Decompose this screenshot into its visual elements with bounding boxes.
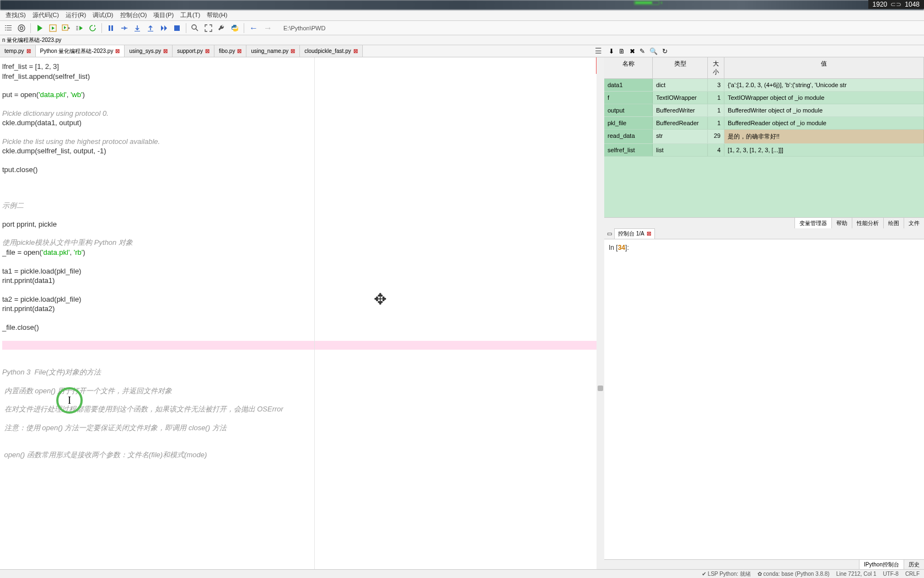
code-line: [2, 81, 602, 90]
tab-close-icon[interactable]: ⊠: [26, 48, 31, 54]
var-row[interactable]: read_datastr29是的，的确非常好!!: [604, 130, 924, 144]
menu-run[interactable]: 运行(R): [62, 10, 89, 20]
path-display[interactable]: E:\Python\PWD: [280, 24, 329, 33]
menu-console[interactable]: 控制台(O): [117, 10, 151, 20]
code-line: [2, 211, 602, 220]
console-bottom-tab[interactable]: IPython控制台: [859, 560, 904, 569]
svg-rect-9: [174, 25, 180, 31]
search-var-icon[interactable]: 🔍: [649, 47, 658, 55]
status-eol[interactable]: CRLF: [905, 571, 920, 577]
right-tab[interactable]: 性能分析: [852, 218, 883, 228]
rerun-icon[interactable]: [87, 22, 99, 34]
save-as-icon[interactable]: 🗎: [619, 47, 625, 55]
code-line: _file = open('data.pkl', 'rb'): [2, 248, 602, 258]
debug-step-icon[interactable]: [118, 22, 130, 34]
settings-icon[interactable]: [216, 22, 228, 34]
console-collapse-icon[interactable]: ▭: [604, 231, 614, 237]
editor-tab[interactable]: cloudpickle_fast.py⊠: [300, 45, 363, 57]
var-header-name[interactable]: 名称: [604, 57, 653, 78]
tab-close-icon[interactable]: ⊠: [115, 48, 120, 54]
search-icon[interactable]: [189, 22, 201, 34]
nav-back-icon[interactable]: ←: [247, 23, 260, 33]
debug-stepin-icon[interactable]: [131, 22, 143, 34]
tab-close-icon[interactable]: ⊠: [291, 48, 295, 54]
console-tab-1[interactable]: 控制台 1/A ⊠: [614, 228, 655, 239]
var-header-type[interactable]: 类型: [653, 57, 708, 78]
status-encoding[interactable]: UTF-8: [883, 571, 899, 577]
tab-close-icon[interactable]: ⊠: [205, 48, 209, 54]
code-editor[interactable]: I ✥ lfref_list = [1, 2, 3]lfref_list.app…: [0, 57, 604, 569]
console-content[interactable]: In [34]:: [604, 239, 924, 559]
svg-point-0: [18, 25, 25, 31]
menu-find[interactable]: 查找(S): [2, 10, 29, 20]
scroll-thumb[interactable]: [598, 386, 603, 391]
refresh-var-icon[interactable]: ↻: [662, 47, 668, 55]
var-cell-type: list: [653, 144, 708, 156]
edit-var-icon[interactable]: ✎: [640, 47, 645, 55]
tab-close-icon[interactable]: ⊠: [163, 48, 168, 54]
code-line: _file.close(): [2, 323, 602, 333]
run-cell-icon[interactable]: [47, 22, 59, 34]
status-lsp[interactable]: ✔ LSP Python: 就绪: [702, 570, 751, 578]
var-row[interactable]: data1dict3{'a':[1, 2.0, 3, (4+6j)], 'b':…: [604, 79, 924, 92]
editor-tab[interactable]: support.py⊠: [173, 45, 214, 57]
run-icon[interactable]: [34, 22, 46, 34]
editor-tab[interactable]: Python 量化编程基础-2023.py⊠: [36, 45, 125, 57]
editor-tab[interactable]: fibo.py⊠: [214, 45, 246, 57]
variable-toolbar: ⬇ 🗎 ✖ ✎ 🔍 ↻: [604, 45, 924, 57]
run-cell-advance-icon[interactable]: [60, 22, 72, 34]
debug-pause-icon[interactable]: [105, 22, 117, 34]
code-line: Pickle dictionary using protocol 0.: [2, 109, 602, 119]
right-tab[interactable]: 变量管理器: [794, 218, 831, 228]
run-selection-icon[interactable]: [73, 22, 85, 34]
var-cell-size: 1: [708, 117, 724, 129]
svg-point-1: [20, 26, 23, 29]
tab-close-icon[interactable]: ⊠: [353, 48, 358, 54]
editor-tab[interactable]: using_sys.py⊠: [125, 45, 173, 57]
editor-tab[interactable]: using_name.py⊠: [246, 45, 300, 57]
menu-help[interactable]: 帮助(H): [203, 10, 230, 20]
toolbar-outline-icon[interactable]: [2, 22, 14, 34]
save-var-icon[interactable]: ⬇: [609, 47, 614, 55]
var-row[interactable]: selfref_listlist4[1, 2, 3, [1, 2, 3, [..…: [604, 144, 924, 157]
console-tab-close-icon[interactable]: ⊠: [647, 231, 651, 237]
editor-tab-label: using_sys.py: [129, 48, 161, 54]
var-row[interactable]: fTextIOWrapper1TextIOWrapper object of _…: [604, 92, 924, 104]
debug-stop-icon[interactable]: [171, 22, 183, 34]
right-tab-strip: 变量管理器帮助性能分析绘图文件: [604, 217, 924, 228]
status-conda[interactable]: ✿ conda: base (Python 3.8.8): [758, 571, 830, 577]
debug-stepout-icon[interactable]: [144, 22, 157, 34]
var-cell-type: dict: [653, 79, 708, 91]
menu-tools[interactable]: 工具(T): [177, 10, 203, 20]
right-tab[interactable]: 帮助: [831, 218, 852, 228]
editor-tab[interactable]: temp.py⊠: [0, 45, 36, 57]
var-cell-size: 29: [708, 130, 724, 143]
nav-forward-icon[interactable]: →: [261, 23, 275, 33]
var-cell-type: BufferedWriter: [653, 104, 708, 116]
code-line: [2, 174, 602, 183]
editor-scrollbar[interactable]: [597, 57, 604, 569]
maximize-icon[interactable]: [202, 22, 214, 34]
right-tab[interactable]: 文件: [904, 218, 924, 228]
menu-source[interactable]: 源代码(C): [29, 10, 62, 20]
menu-debug[interactable]: 调试(D): [89, 10, 116, 20]
tab-close-icon[interactable]: ⊠: [237, 48, 241, 54]
var-header-value[interactable]: 值: [724, 57, 924, 78]
console-bottom-tab[interactable]: 历史: [904, 560, 924, 569]
code-line: 示例二: [2, 201, 602, 211]
editor-menu-icon[interactable]: ☰: [595, 46, 602, 55]
var-header-size[interactable]: 大小: [708, 57, 724, 78]
var-row[interactable]: outputBufferedWriter1BufferedWriter obje…: [604, 104, 924, 117]
var-cell-name: pkl_file: [604, 117, 653, 129]
python-icon[interactable]: [229, 22, 241, 34]
delete-var-icon[interactable]: ✖: [630, 47, 635, 55]
debug-continue-icon[interactable]: [158, 22, 170, 34]
toolbar-at-icon[interactable]: [15, 22, 28, 34]
right-tab[interactable]: 绘图: [883, 218, 904, 228]
cursor-highlight: I: [56, 387, 83, 414]
var-cell-size: 1: [708, 104, 724, 116]
menu-project[interactable]: 项目(P): [150, 10, 177, 20]
var-empty-space: [604, 157, 924, 217]
var-row[interactable]: pkl_fileBufferedReader1BufferedReader ob…: [604, 117, 924, 130]
code-line: [2, 286, 602, 295]
